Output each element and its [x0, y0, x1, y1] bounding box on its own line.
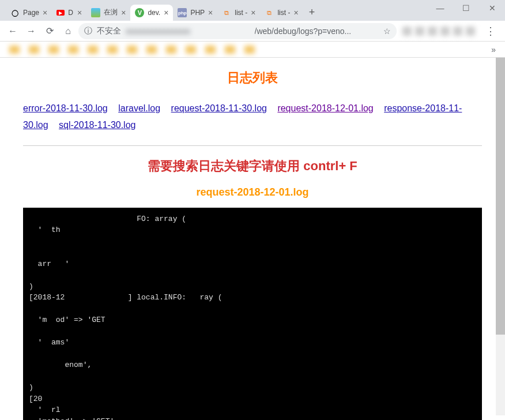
extension-icon[interactable]: [440, 27, 450, 36]
close-icon[interactable]: ×: [293, 8, 298, 17]
tab-github[interactable]: ◯ Page ×: [6, 5, 52, 21]
log-link-laravel[interactable]: laravel.log: [118, 103, 160, 113]
log-output: FO: array ( ' th arr ' ) [2018-12 ] loca…: [23, 208, 482, 420]
bookmark-folder[interactable]: [29, 46, 39, 54]
home-button[interactable]: ⌂: [60, 23, 76, 39]
forward-button[interactable]: →: [23, 23, 39, 39]
browser-menu-button[interactable]: ⋮: [481, 25, 500, 38]
tab-title: list -: [235, 9, 247, 17]
log-link-sql[interactable]: sql-2018-11-30.log: [59, 120, 135, 130]
bookmark-folder[interactable]: [88, 46, 98, 54]
current-log-file: request-2018-12-01.log: [23, 186, 482, 198]
bookmark-folder[interactable]: [244, 46, 255, 54]
security-label: 不安全: [97, 26, 121, 36]
close-icon[interactable]: ×: [77, 8, 82, 17]
v-icon: V: [135, 8, 144, 17]
new-tab-button[interactable]: +: [303, 4, 321, 21]
log-link-error[interactable]: error-2018-11-30.log: [23, 103, 108, 113]
close-icon[interactable]: ×: [43, 8, 47, 17]
scrollbar-thumb[interactable]: [496, 58, 505, 335]
tab-stackoverflow-1[interactable]: ⧉ list - ×: [217, 5, 260, 21]
divider: [23, 145, 482, 146]
address-bar[interactable]: ⓘ 不安全 xxxxxxxxxxxxxxxx /web/debug/logs?p…: [78, 23, 397, 39]
url-host: xxxxxxxxxxxxxxxx: [126, 27, 250, 36]
close-window-button[interactable]: ✕: [479, 0, 505, 16]
github-icon: ◯: [10, 8, 20, 17]
extension-icon[interactable]: [415, 27, 424, 36]
window-controls: — ☐ ✕: [427, 0, 505, 16]
maximize-button[interactable]: ☐: [453, 0, 479, 16]
back-button[interactable]: ←: [5, 23, 21, 39]
tab-dev-active[interactable]: V dev. ×: [130, 5, 173, 21]
close-icon[interactable]: ×: [121, 8, 126, 17]
log-file-links: error-2018-11-30.log laravel.log request…: [23, 100, 482, 134]
bookmarks-overflow-button[interactable]: »: [491, 45, 496, 54]
extension-icon[interactable]: [453, 27, 462, 36]
page-title: 日志列表: [23, 69, 482, 87]
tab-youtube[interactable]: ▶ D ×: [52, 5, 86, 21]
tab-title: D: [68, 9, 74, 17]
tab-title: 在浏: [104, 7, 118, 17]
extension-icon[interactable]: [466, 27, 475, 36]
close-icon[interactable]: ×: [251, 8, 255, 17]
tab-title: Page: [23, 9, 39, 17]
extension-icon[interactable]: [402, 27, 412, 36]
extension-icon[interactable]: [428, 27, 437, 36]
tab-title: PHP: [190, 9, 205, 17]
bookmark-folder[interactable]: [186, 46, 196, 54]
close-icon[interactable]: ×: [164, 8, 168, 17]
bookmark-folder[interactable]: [146, 46, 157, 54]
bookmark-folder[interactable]: [166, 46, 176, 54]
php-icon: php: [178, 8, 187, 17]
log-link-request-1130[interactable]: request-2018-11-30.log: [171, 103, 267, 113]
bookmarks-bar: »: [0, 42, 505, 58]
tab-title: dev.: [148, 9, 160, 17]
browser-toolbar: ← → ⟳ ⌂ ⓘ 不安全 xxxxxxxxxxxxxxxx /web/debu…: [0, 21, 505, 42]
bookmark-folder[interactable]: [48, 46, 59, 54]
bookmark-folder[interactable]: [107, 46, 118, 54]
log-link-request-1201[interactable]: request-2018-12-01.log: [277, 103, 373, 113]
bookmark-folder[interactable]: [9, 46, 20, 54]
bookmark-folder[interactable]: [225, 46, 235, 54]
close-icon[interactable]: ×: [208, 8, 213, 17]
bookmark-star-icon[interactable]: ☆: [383, 27, 391, 36]
minimize-button[interactable]: —: [427, 0, 453, 16]
search-hint: 需要搜索日志关键字请使用 contrl+ F: [23, 158, 482, 175]
page-content: 日志列表 error-2018-11-30.log laravel.log re…: [0, 58, 505, 420]
scrollbar-track[interactable]: [496, 58, 505, 415]
bookmark-folder[interactable]: [68, 46, 78, 54]
youtube-icon: ▶: [56, 10, 65, 16]
extensions: [399, 27, 478, 36]
bookmark-folder[interactable]: [127, 46, 137, 54]
site-icon: [91, 8, 100, 17]
reload-button[interactable]: ⟳: [42, 23, 58, 39]
tab-browser[interactable]: 在浏 ×: [86, 4, 130, 21]
stackoverflow-icon: ⧉: [222, 8, 231, 17]
info-icon: ⓘ: [84, 26, 92, 36]
stackoverflow-icon: ⧉: [265, 8, 274, 17]
tab-stackoverflow-2[interactable]: ⧉ list - ×: [260, 5, 303, 21]
url-path: /web/debug/logs?p=veno...: [255, 27, 379, 36]
tab-title: list -: [277, 9, 290, 17]
bookmark-folder[interactable]: [205, 46, 216, 54]
tab-php[interactable]: php PHP ×: [173, 5, 217, 21]
